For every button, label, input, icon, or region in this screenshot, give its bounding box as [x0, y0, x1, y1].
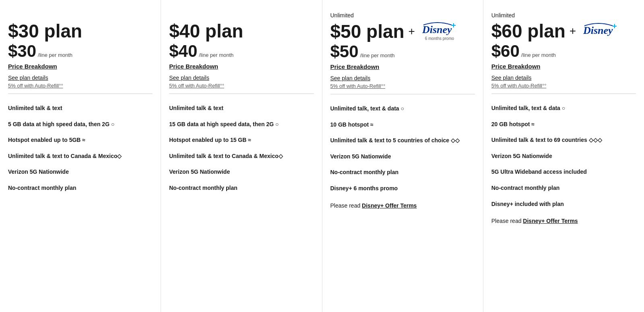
feature-item: No-contract monthly plan	[491, 180, 636, 196]
feature-item: Hotspot enabled up to 15 GB ≈	[169, 132, 314, 148]
feature-item: Unlimited talk & text	[169, 100, 314, 116]
feature-item: 10 GB hotspot ≈	[330, 117, 475, 133]
plans-container: $30 plan$30/line per monthPrice Breakdow…	[0, 0, 644, 312]
price-breakdown-link[interactable]: Price Breakdown	[491, 63, 541, 70]
features-list: Unlimited talk & text5 GB data at high s…	[8, 100, 153, 196]
plan-col-plan-40: $40 plan$40/line per monthPrice Breakdow…	[161, 0, 322, 312]
feature-item: Verizon 5G Nationwide	[169, 164, 314, 180]
feature-item: Unlimited talk, text & data ○	[491, 100, 636, 116]
section-divider	[169, 94, 314, 94]
feature-item: Verizon 5G Nationwide	[491, 148, 636, 164]
see-plan-details-link[interactable]: See plan details	[8, 75, 153, 81]
feature-item: Unlimited talk, text & data ○	[330, 101, 475, 117]
feature-item: Verizon 5G Nationwide	[8, 164, 153, 180]
plan-header: $40 plan	[169, 22, 314, 40]
plan-price-row: $30/line per month	[8, 43, 153, 60]
plan-badge: Unlimited	[330, 12, 475, 20]
plan-badge	[169, 12, 314, 20]
features-list: Unlimited talk, text & data ○20 GB hotsp…	[491, 100, 636, 212]
auto-refill-text: 5% off with Auto-Refill°°	[169, 83, 314, 89]
plan-col-plan-50: Unlimited$50 plan+ Disney + 6 months pro…	[322, 0, 483, 312]
plan-plus-sign: +	[570, 25, 576, 37]
plan-header: $50 plan+ Disney + 6 months promo	[330, 22, 475, 41]
plan-price-suffix: /line per month	[360, 52, 395, 58]
svg-text:+: +	[451, 22, 456, 30]
feature-item: No-contract monthly plan	[330, 164, 475, 181]
disney-offer-text: Please read Disney+ Offer Terms	[330, 202, 475, 209]
feature-item: Unlimited talk & text to Canada & Mexico…	[8, 148, 153, 164]
disney-offer-terms-link[interactable]: Disney+ Offer Terms	[362, 202, 417, 209]
disney-offer-text: Please read Disney+ Offer Terms	[491, 218, 636, 224]
feature-item: Verizon 5G Nationwide	[330, 149, 475, 165]
feature-item: 5G Ultra Wideband access included	[491, 164, 636, 180]
plan-price: $60	[491, 43, 520, 60]
plan-price-row: $40/line per month	[169, 43, 314, 60]
plan-badge: Unlimited	[491, 12, 636, 20]
plan-price: $40	[169, 43, 197, 60]
see-plan-details-link[interactable]: See plan details	[330, 75, 475, 81]
svg-text:Disney: Disney	[583, 25, 613, 36]
feature-item: No-contract monthly plan	[8, 180, 153, 196]
plan-price: $30	[8, 43, 36, 60]
feature-item: Unlimited talk & text	[8, 100, 153, 116]
price-breakdown-link[interactable]: Price Breakdown	[330, 63, 380, 70]
plan-price-suffix: /line per month	[521, 52, 556, 58]
plan-price-row: $50/line per month	[330, 43, 475, 60]
section-divider	[330, 94, 475, 94]
plan-plus-sign: +	[409, 25, 415, 38]
feature-item: 15 GB data at high speed data, then 2G ○	[169, 116, 314, 133]
plan-title: $50 plan	[330, 22, 405, 41]
see-plan-details-link[interactable]: See plan details	[491, 75, 636, 81]
plan-price-suffix: /line per month	[199, 52, 233, 58]
feature-item: No-contract monthly plan	[169, 180, 314, 196]
plan-price-suffix: /line per month	[38, 52, 72, 58]
disney-offer-terms-link[interactable]: Disney+ Offer Terms	[523, 218, 578, 224]
feature-item: Disney+ included with plan	[491, 196, 636, 212]
section-divider	[491, 94, 636, 94]
plan-badge	[8, 12, 153, 20]
see-plan-details-link[interactable]: See plan details	[169, 75, 314, 81]
feature-item: Disney+ 6 months promo	[330, 181, 475, 197]
plan-price-row: $60/line per month	[491, 43, 636, 60]
plan-title: $40 plan	[169, 22, 243, 40]
price-breakdown-link[interactable]: Price Breakdown	[169, 63, 218, 70]
features-list: Unlimited talk, text & data ○10 GB hotsp…	[330, 101, 475, 197]
auto-refill-text: 5% off with Auto-Refill°°	[330, 83, 475, 89]
plan-title: $30 plan	[8, 22, 82, 40]
plan-col-plan-30: $30 plan$30/line per monthPrice Breakdow…	[0, 0, 161, 312]
plan-header: $60 plan+ Disney +	[491, 22, 636, 40]
disney-promo-text: 6 months promo	[425, 36, 454, 41]
svg-text:+: +	[612, 23, 617, 31]
disney-plus-logo: Disney +	[582, 23, 619, 40]
feature-item: 5 GB data at high speed data, then 2G ○	[8, 116, 153, 133]
plan-price: $50	[330, 43, 359, 60]
feature-item: Unlimited talk & text to 69 countries ◇◇…	[491, 132, 636, 148]
auto-refill-text: 5% off with Auto-Refill°°	[8, 83, 153, 89]
disney-plus-logo: Disney + 6 months promo	[421, 22, 458, 41]
svg-text:Disney: Disney	[422, 24, 452, 35]
auto-refill-text: 5% off with Auto-Refill°°	[491, 83, 636, 89]
feature-item: Hotspot enabled up to 5GB ≈	[8, 132, 153, 148]
plan-col-plan-60: Unlimited$60 plan+ Disney + $60/line per…	[483, 0, 644, 312]
plan-header: $30 plan	[8, 22, 153, 40]
plan-title: $60 plan	[491, 22, 566, 40]
feature-item: Unlimited talk & text to Canada & Mexico…	[169, 148, 314, 164]
features-list: Unlimited talk & text15 GB data at high …	[169, 100, 314, 196]
feature-item: 20 GB hotspot ≈	[491, 116, 636, 133]
feature-item: Unlimited talk & text to 5 countries of …	[330, 133, 475, 149]
section-divider	[8, 94, 153, 94]
price-breakdown-link[interactable]: Price Breakdown	[8, 63, 57, 70]
